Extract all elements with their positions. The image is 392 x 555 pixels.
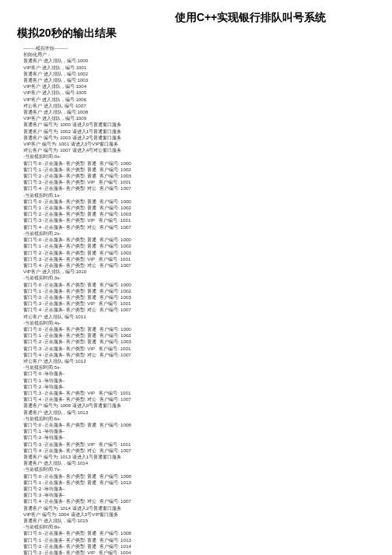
page-title: 使用C++实现银行排队叫号系统 bbox=[109, 11, 392, 25]
page-subtitle: 模拟20秒的输出结果 bbox=[17, 26, 392, 40]
simulation-log: --------模拟开始-------- 初始化用户： 普通客户 进入排队，编号… bbox=[23, 45, 392, 555]
